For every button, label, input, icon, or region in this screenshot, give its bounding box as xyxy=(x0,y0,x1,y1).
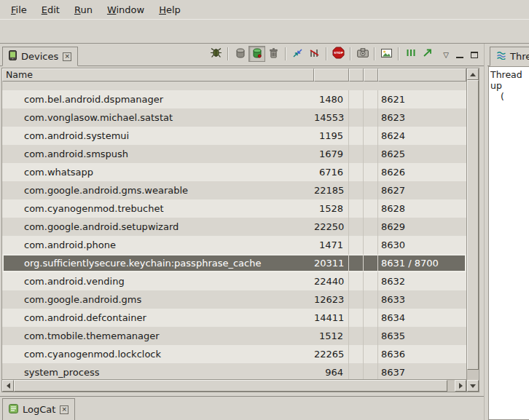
blank-cell xyxy=(364,290,378,309)
process-name: com.vonglasow.michael.satstat xyxy=(2,108,314,127)
tab-logcat[interactable]: LogCat × xyxy=(2,398,75,420)
process-row[interactable]: com.cyanogenmod.trebuchet15288628 xyxy=(2,199,466,218)
process-row[interactable]: com.cyanogenmod.lockclock222658636 xyxy=(2,345,466,363)
view-menu-icon[interactable]: ▽ xyxy=(443,52,449,59)
process-row[interactable]: com.android.phone14718630 xyxy=(2,236,466,254)
process-row[interactable]: com.android.systemui11958624 xyxy=(2,127,466,145)
column-header-pid[interactable] xyxy=(314,68,349,82)
logcat-view: LogCat × xyxy=(0,396,484,420)
blank-cell xyxy=(364,309,378,327)
tab-devices[interactable]: Devices × xyxy=(2,47,78,66)
process-port: 8625 xyxy=(378,145,466,163)
process-pid: 1195 xyxy=(314,127,349,145)
close-icon[interactable]: × xyxy=(63,52,71,61)
blank-cell xyxy=(364,363,378,379)
maximize-icon[interactable] xyxy=(471,49,478,60)
blank-cell xyxy=(349,236,364,254)
column-header-port[interactable] xyxy=(378,68,466,82)
vertical-scrollbar[interactable] xyxy=(466,68,479,392)
process-pid: 1512 xyxy=(314,327,349,345)
process-pid: 1528 xyxy=(314,199,349,218)
toolbar-separator xyxy=(227,47,229,60)
view-controls: ▽ xyxy=(436,49,481,66)
blank-cell xyxy=(364,199,378,218)
scroll-left-button[interactable] xyxy=(2,380,14,392)
menu-edit[interactable]: Edit xyxy=(34,2,67,17)
devices-tabstrip: Devices × xyxy=(0,44,484,66)
svg-text:STOP: STOP xyxy=(334,51,344,55)
stop-process-button[interactable]: STOP xyxy=(330,46,347,62)
dump-view-hierarchy-icon xyxy=(381,49,392,60)
toolbar-separator xyxy=(374,47,375,60)
toolbar-separator xyxy=(398,47,399,60)
tab-devices-label: Devices xyxy=(21,51,58,62)
start-method-profiling-button[interactable] xyxy=(306,46,323,62)
process-pid: 6716 xyxy=(314,163,349,181)
process-port: 8627 xyxy=(378,181,466,199)
blank-cell xyxy=(349,290,364,309)
process-row[interactable]: com.tmobile.thememanager15128635 xyxy=(2,327,466,345)
process-port: 8628 xyxy=(378,199,466,218)
table-header: Name xyxy=(2,68,466,82)
process-pid: 964 xyxy=(314,363,349,379)
column-header-blank-1[interactable] xyxy=(349,68,364,82)
start-opengl-trace-button[interactable] xyxy=(419,46,436,62)
scroll-right-button[interactable] xyxy=(455,380,466,392)
minimize-icon[interactable] xyxy=(456,49,463,60)
main-toolbar xyxy=(0,19,529,44)
horizontal-scroll-thumb[interactable] xyxy=(14,380,447,392)
process-row[interactable]: system_process9648637 xyxy=(2,363,466,379)
update-threads-button[interactable] xyxy=(289,46,306,62)
tab-threads[interactable]: Threads xyxy=(490,47,529,66)
toolbar-separator xyxy=(285,47,286,60)
process-name: com.google.android.gms.wearable xyxy=(2,181,314,199)
process-pid: 1471 xyxy=(314,236,349,254)
horizontal-scrollbar[interactable] xyxy=(2,379,466,392)
column-header-blank-2[interactable] xyxy=(364,68,378,82)
dump-hprof-button[interactable] xyxy=(248,46,265,62)
devices-toolbar: STOP xyxy=(208,46,436,66)
menu-help[interactable]: Help xyxy=(152,2,188,17)
process-name: com.tmobile.thememanager xyxy=(2,327,314,345)
update-heap-button[interactable] xyxy=(232,46,248,62)
process-row[interactable]: com.bel.android.dspmanager14808621 xyxy=(2,90,466,108)
blank-cell xyxy=(364,163,378,181)
debug-process-icon xyxy=(211,47,222,60)
blank-cell xyxy=(364,108,378,127)
process-row[interactable]: com.vonglasow.michael.satstat145538623 xyxy=(2,108,466,127)
cause-gc-button[interactable] xyxy=(265,46,282,62)
process-row[interactable]: com.android.defcontainer144118634 xyxy=(2,309,466,327)
update-heap-icon xyxy=(236,48,245,60)
menu-edit-label: E xyxy=(42,4,47,15)
menu-file[interactable]: File xyxy=(4,2,34,17)
blank-cell xyxy=(364,272,378,290)
capture-systrace-icon xyxy=(406,48,416,60)
dump-view-hierarchy-button[interactable] xyxy=(378,46,395,62)
screen-capture-button[interactable] xyxy=(354,46,371,62)
process-row[interactable]: com.android.smspush16798625 xyxy=(2,145,466,163)
close-icon[interactable]: × xyxy=(60,405,68,414)
debug-process-button[interactable] xyxy=(208,46,224,62)
process-row[interactable]: com.google.android.setupwizard222508629 xyxy=(2,218,466,236)
process-name: com.whatsapp xyxy=(2,163,314,181)
process-port: 8631 / 8700 xyxy=(378,254,466,272)
blank-cell xyxy=(364,127,378,145)
threads-view: Threads Thread up ( xyxy=(487,44,529,420)
process-row[interactable]: com.whatsapp67168626 xyxy=(2,163,466,181)
scroll-down-button[interactable] xyxy=(467,380,479,392)
screen-capture-icon xyxy=(357,48,369,60)
menu-run[interactable]: Run xyxy=(67,2,100,17)
vertical-scroll-thumb[interactable] xyxy=(467,80,479,370)
column-header-name[interactable]: Name xyxy=(2,68,314,82)
process-row[interactable]: com.google.android.gms126238633 xyxy=(2,290,466,309)
blank-cell xyxy=(364,254,378,272)
menu-window[interactable]: Window xyxy=(100,2,152,17)
capture-systrace-button[interactable] xyxy=(402,46,419,62)
threads-message-line-1: Thread up xyxy=(490,69,528,91)
tab-logcat-label: LogCat xyxy=(23,404,55,415)
scroll-up-button[interactable] xyxy=(467,68,479,80)
process-name: system_process xyxy=(2,363,314,379)
process-row[interactable]: org.sufficientlysecure.keychain:passphra… xyxy=(2,254,466,272)
process-row[interactable]: com.google.android.gms.wearable221858627 xyxy=(2,181,466,199)
process-row[interactable]: com.android.vending224408632 xyxy=(2,272,466,290)
